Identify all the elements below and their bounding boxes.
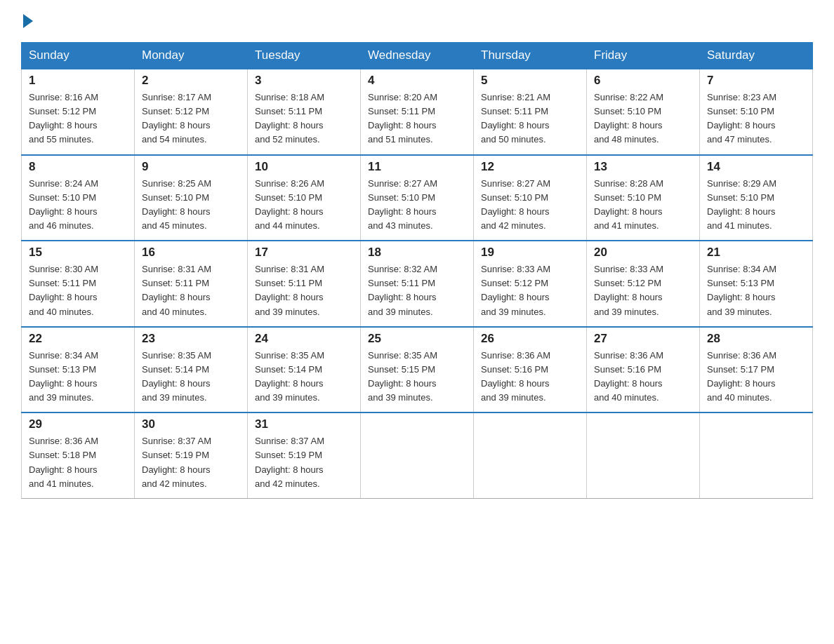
day-info: Sunrise: 8:36 AMSunset: 5:16 PMDaylight:…: [481, 350, 550, 403]
day-number: 3: [255, 74, 353, 88]
day-number: 9: [142, 160, 240, 174]
day-info: Sunrise: 8:28 AMSunset: 5:10 PMDaylight:…: [594, 178, 663, 231]
day-info: Sunrise: 8:34 AMSunset: 5:13 PMDaylight:…: [29, 350, 98, 403]
calendar-day-14: 14 Sunrise: 8:29 AMSunset: 5:10 PMDaylig…: [700, 155, 813, 241]
day-info: Sunrise: 8:34 AMSunset: 5:13 PMDaylight:…: [707, 264, 776, 316]
day-number: 17: [255, 246, 353, 260]
day-number: 21: [707, 246, 805, 260]
day-info: Sunrise: 8:29 AMSunset: 5:10 PMDaylight:…: [707, 178, 776, 231]
calendar-day-24: 24 Sunrise: 8:35 AMSunset: 5:14 PMDaylig…: [248, 327, 361, 413]
day-info: Sunrise: 8:36 AMSunset: 5:17 PMDaylight:…: [707, 350, 776, 403]
day-info: Sunrise: 8:21 AMSunset: 5:11 PMDaylight:…: [481, 92, 550, 145]
day-number: 20: [594, 246, 692, 260]
calendar-table: SundayMondayTuesdayWednesdayThursdayFrid…: [21, 42, 813, 499]
page-header: [21, 14, 813, 28]
logo: [21, 14, 33, 28]
day-number: 12: [481, 160, 579, 174]
weekday-header-sunday: Sunday: [22, 43, 135, 69]
day-info: Sunrise: 8:25 AMSunset: 5:10 PMDaylight:…: [142, 178, 211, 231]
calendar-day-20: 20 Sunrise: 8:33 AMSunset: 5:12 PMDaylig…: [587, 241, 700, 327]
day-number: 6: [594, 74, 692, 88]
calendar-day-26: 26 Sunrise: 8:36 AMSunset: 5:16 PMDaylig…: [474, 327, 587, 413]
calendar-week-row-5: 29 Sunrise: 8:36 AMSunset: 5:18 PMDaylig…: [22, 412, 813, 498]
logo-triangle-icon: [23, 14, 33, 28]
empty-cell: [361, 412, 474, 498]
day-number: 30: [142, 417, 240, 431]
calendar-day-19: 19 Sunrise: 8:33 AMSunset: 5:12 PMDaylig…: [474, 241, 587, 327]
calendar-day-8: 8 Sunrise: 8:24 AMSunset: 5:10 PMDayligh…: [22, 155, 135, 241]
day-info: Sunrise: 8:20 AMSunset: 5:11 PMDaylight:…: [368, 92, 437, 145]
day-info: Sunrise: 8:32 AMSunset: 5:11 PMDaylight:…: [368, 264, 437, 316]
calendar-day-5: 5 Sunrise: 8:21 AMSunset: 5:11 PMDayligh…: [474, 69, 587, 155]
day-number: 23: [142, 332, 240, 346]
day-info: Sunrise: 8:26 AMSunset: 5:10 PMDaylight:…: [255, 178, 324, 231]
calendar-day-16: 16 Sunrise: 8:31 AMSunset: 5:11 PMDaylig…: [135, 241, 248, 327]
day-info: Sunrise: 8:33 AMSunset: 5:12 PMDaylight:…: [481, 264, 550, 316]
day-number: 2: [142, 74, 240, 88]
day-info: Sunrise: 8:27 AMSunset: 5:10 PMDaylight:…: [481, 178, 550, 231]
day-number: 24: [255, 332, 353, 346]
calendar-day-29: 29 Sunrise: 8:36 AMSunset: 5:18 PMDaylig…: [22, 412, 135, 498]
day-info: Sunrise: 8:35 AMSunset: 5:14 PMDaylight:…: [142, 350, 211, 403]
empty-cell: [474, 412, 587, 498]
day-info: Sunrise: 8:18 AMSunset: 5:11 PMDaylight:…: [255, 92, 324, 145]
weekday-header-friday: Friday: [587, 43, 700, 69]
weekday-header-monday: Monday: [135, 43, 248, 69]
day-number: 1: [29, 74, 127, 88]
calendar-day-4: 4 Sunrise: 8:20 AMSunset: 5:11 PMDayligh…: [361, 69, 474, 155]
calendar-day-9: 9 Sunrise: 8:25 AMSunset: 5:10 PMDayligh…: [135, 155, 248, 241]
day-info: Sunrise: 8:23 AMSunset: 5:10 PMDaylight:…: [707, 92, 776, 145]
day-number: 26: [481, 332, 579, 346]
calendar-day-2: 2 Sunrise: 8:17 AMSunset: 5:12 PMDayligh…: [135, 69, 248, 155]
calendar-week-row-4: 22 Sunrise: 8:34 AMSunset: 5:13 PMDaylig…: [22, 327, 813, 413]
day-number: 31: [255, 417, 353, 431]
weekday-header-wednesday: Wednesday: [361, 43, 474, 69]
calendar-day-12: 12 Sunrise: 8:27 AMSunset: 5:10 PMDaylig…: [474, 155, 587, 241]
day-info: Sunrise: 8:24 AMSunset: 5:10 PMDaylight:…: [29, 178, 98, 231]
calendar-day-6: 6 Sunrise: 8:22 AMSunset: 5:10 PMDayligh…: [587, 69, 700, 155]
day-number: 29: [29, 417, 127, 431]
day-number: 11: [368, 160, 466, 174]
day-info: Sunrise: 8:16 AMSunset: 5:12 PMDaylight:…: [29, 92, 98, 145]
calendar-day-3: 3 Sunrise: 8:18 AMSunset: 5:11 PMDayligh…: [248, 69, 361, 155]
calendar-day-28: 28 Sunrise: 8:36 AMSunset: 5:17 PMDaylig…: [700, 327, 813, 413]
weekday-header-tuesday: Tuesday: [248, 43, 361, 69]
day-info: Sunrise: 8:30 AMSunset: 5:11 PMDaylight:…: [29, 264, 98, 316]
calendar-day-7: 7 Sunrise: 8:23 AMSunset: 5:10 PMDayligh…: [700, 69, 813, 155]
day-number: 19: [481, 246, 579, 260]
day-info: Sunrise: 8:31 AMSunset: 5:11 PMDaylight:…: [255, 264, 324, 316]
calendar-day-18: 18 Sunrise: 8:32 AMSunset: 5:11 PMDaylig…: [361, 241, 474, 327]
day-number: 13: [594, 160, 692, 174]
calendar-week-row-1: 1 Sunrise: 8:16 AMSunset: 5:12 PMDayligh…: [22, 69, 813, 155]
calendar-day-27: 27 Sunrise: 8:36 AMSunset: 5:16 PMDaylig…: [587, 327, 700, 413]
calendar-week-row-3: 15 Sunrise: 8:30 AMSunset: 5:11 PMDaylig…: [22, 241, 813, 327]
day-info: Sunrise: 8:36 AMSunset: 5:16 PMDaylight:…: [594, 350, 663, 403]
calendar-day-11: 11 Sunrise: 8:27 AMSunset: 5:10 PMDaylig…: [361, 155, 474, 241]
calendar-day-21: 21 Sunrise: 8:34 AMSunset: 5:13 PMDaylig…: [700, 241, 813, 327]
day-info: Sunrise: 8:22 AMSunset: 5:10 PMDaylight:…: [594, 92, 663, 145]
day-info: Sunrise: 8:27 AMSunset: 5:10 PMDaylight:…: [368, 178, 437, 231]
calendar-header-row: SundayMondayTuesdayWednesdayThursdayFrid…: [22, 43, 813, 69]
day-number: 28: [707, 332, 805, 346]
day-info: Sunrise: 8:36 AMSunset: 5:18 PMDaylight:…: [29, 436, 98, 488]
calendar-day-25: 25 Sunrise: 8:35 AMSunset: 5:15 PMDaylig…: [361, 327, 474, 413]
day-number: 4: [368, 74, 466, 88]
day-number: 8: [29, 160, 127, 174]
calendar-day-22: 22 Sunrise: 8:34 AMSunset: 5:13 PMDaylig…: [22, 327, 135, 413]
day-info: Sunrise: 8:35 AMSunset: 5:14 PMDaylight:…: [255, 350, 324, 403]
calendar-day-31: 31 Sunrise: 8:37 AMSunset: 5:19 PMDaylig…: [248, 412, 361, 498]
calendar-day-10: 10 Sunrise: 8:26 AMSunset: 5:10 PMDaylig…: [248, 155, 361, 241]
day-number: 7: [707, 74, 805, 88]
day-number: 14: [707, 160, 805, 174]
day-number: 27: [594, 332, 692, 346]
calendar-day-13: 13 Sunrise: 8:28 AMSunset: 5:10 PMDaylig…: [587, 155, 700, 241]
day-info: Sunrise: 8:17 AMSunset: 5:12 PMDaylight:…: [142, 92, 211, 145]
day-number: 16: [142, 246, 240, 260]
day-info: Sunrise: 8:31 AMSunset: 5:11 PMDaylight:…: [142, 264, 211, 316]
day-info: Sunrise: 8:33 AMSunset: 5:12 PMDaylight:…: [594, 264, 663, 316]
calendar-day-30: 30 Sunrise: 8:37 AMSunset: 5:19 PMDaylig…: [135, 412, 248, 498]
day-number: 5: [481, 74, 579, 88]
day-info: Sunrise: 8:37 AMSunset: 5:19 PMDaylight:…: [142, 436, 211, 488]
calendar-day-1: 1 Sunrise: 8:16 AMSunset: 5:12 PMDayligh…: [22, 69, 135, 155]
weekday-header-saturday: Saturday: [700, 43, 813, 69]
